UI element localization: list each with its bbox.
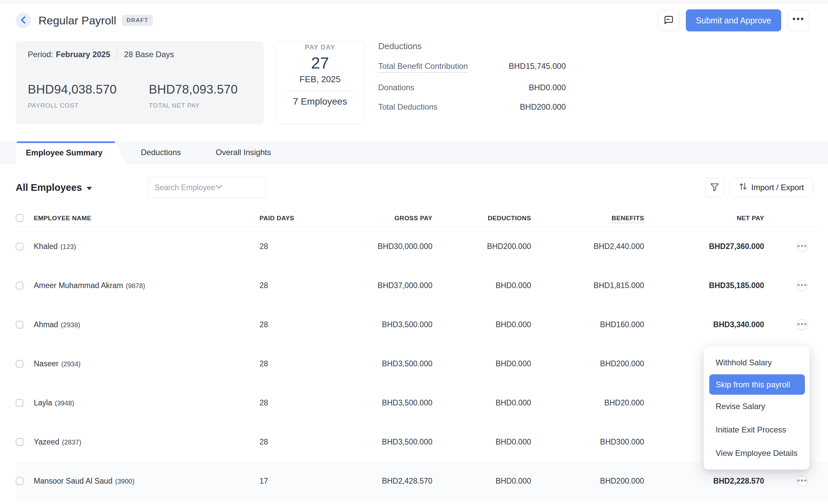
employee-name: Khaled [34, 242, 58, 251]
gross-pay: BHD30,000.000 [310, 242, 432, 251]
row-checkbox[interactable] [16, 477, 24, 485]
select-all-checkbox[interactable] [16, 214, 24, 222]
total-deductions-value: BHD200.000 [520, 102, 566, 111]
import-export-label: Import / Export [751, 183, 804, 192]
base-days: 28 Base Days [124, 50, 174, 59]
gross-pay: BHD3,500.000 [310, 398, 432, 407]
submit-and-approve-button[interactable]: Submit and Approve [686, 9, 781, 32]
table-row: Layla(3948) 28 BHD3,500.000 BHD0.000 BHD… [16, 383, 818, 422]
benefits: BHD160.000 [531, 320, 644, 329]
employee-id: (2837) [62, 439, 81, 446]
menu-item-revise-salary[interactable]: Revise Salary [704, 395, 810, 418]
benefits: BHD2,440.000 [531, 242, 644, 251]
caret-down-icon [87, 187, 92, 190]
total-benefit-contribution-value: BHD15,745.000 [509, 61, 566, 71]
paid-days: 28 [259, 398, 310, 407]
gross-pay: BHD3,500.000 [310, 320, 432, 329]
employee-table: EMPLOYEE NAME PAID DAYS GROSS PAY DEDUCT… [16, 210, 818, 501]
row-context-menu: Withhold Salary Skip from this payroll R… [704, 346, 810, 469]
paid-days: 17 [259, 476, 310, 486]
menu-item-skip-from-payroll[interactable]: Skip from this payroll [709, 374, 805, 395]
employee-filter-dropdown[interactable]: All Employees [16, 182, 92, 193]
speech-bubble-icon [663, 15, 673, 26]
col-employee-name: EMPLOYEE NAME [34, 215, 259, 222]
row-checkbox[interactable] [16, 399, 24, 407]
table-row: Khaled(123) 28 BHD30,000.000 BHD200.000 … [16, 227, 818, 266]
search-placeholder: Search Employee [155, 183, 215, 192]
paid-days: 28 [259, 359, 310, 368]
col-benefits: BENEFITS [531, 215, 644, 222]
benefits: BHD200.000 [531, 476, 644, 486]
deductions: BHD0.000 [432, 398, 531, 407]
row-actions-button[interactable]: ●●● [796, 280, 808, 291]
total-net-pay-value: BHD78,093.570 [149, 83, 240, 97]
payday-month-year: FEB, 2025 [275, 74, 365, 85]
row-checkbox[interactable] [16, 438, 24, 446]
page-header: Regular Payroll DRAFT Submit and Approve… [0, 4, 828, 37]
search-employee-input[interactable]: Search Employee [148, 177, 266, 198]
menu-item-initiate-exit-process[interactable]: Initiate Exit Process [704, 418, 810, 442]
employee-name: Ahmad [34, 320, 58, 329]
back-button[interactable] [16, 13, 31, 28]
employee-id: (123) [60, 243, 76, 251]
period-value: February 2025 [56, 50, 110, 59]
comments-button[interactable] [658, 10, 679, 31]
chevron-left-icon [20, 16, 27, 26]
benefits: BHD1,815.000 [531, 281, 644, 290]
row-checkbox[interactable] [16, 360, 24, 368]
period-label: Period: [28, 50, 53, 59]
net-pay: BHD2,228.570 [644, 476, 764, 486]
benefits: BHD300.000 [531, 438, 644, 447]
gross-pay: BHD2,428.570 [310, 476, 432, 486]
row-checkbox[interactable] [16, 321, 24, 328]
employee-id: (3900) [115, 477, 134, 485]
col-net-pay: NET PAY [644, 215, 764, 222]
employee-id: (2934) [61, 360, 81, 368]
row-checkbox[interactable] [16, 282, 24, 289]
gross-pay: BHD3,500.000 [310, 438, 432, 447]
payroll-cost-label: PAYROLL COST [28, 102, 119, 109]
deductions-panel-title: Deductions [378, 41, 566, 51]
total-deductions-label: Total Deductions [378, 102, 438, 111]
row-actions-button[interactable]: ●●● [796, 241, 808, 252]
deductions: BHD0.000 [432, 438, 531, 447]
divider [117, 50, 117, 59]
table-row: Yazeed(2837) 28 BHD3,500.000 BHD0.000 BH… [16, 422, 818, 462]
paid-days: 28 [259, 438, 310, 447]
tab-bar: Employee Summary Deductions Overall Insi… [0, 141, 828, 164]
employee-name: Mansoor Saud Al Saud [34, 476, 112, 486]
row-actions-button[interactable]: ●●● [796, 475, 808, 487]
more-options-button[interactable]: ••• [788, 10, 809, 31]
tab-employee-summary[interactable]: Employee Summary [16, 141, 126, 164]
deductions: BHD0.000 [432, 281, 531, 290]
total-benefit-contribution-label[interactable]: Total Benefit Contribution [378, 61, 468, 73]
employee-name: Yazeed [34, 438, 59, 447]
employee-id: (2938) [61, 321, 80, 329]
funnel-icon [710, 182, 719, 193]
tab-deductions[interactable]: Deductions [131, 141, 191, 164]
net-pay: BHD27,360.000 [644, 242, 764, 251]
menu-item-withhold-salary[interactable]: Withhold Salary [704, 351, 810, 374]
menu-item-view-employee-details[interactable]: View Employee Details [704, 442, 810, 465]
payday-day: 27 [275, 54, 365, 72]
employee-count: 7 Employees [275, 96, 365, 107]
employee-name: Layla [34, 398, 52, 407]
paid-days: 28 [259, 281, 310, 290]
row-actions-button[interactable]: ●●● [796, 319, 808, 330]
import-export-button[interactable]: Import / Export [730, 178, 813, 197]
col-deductions: DEDUCTIONS [432, 215, 531, 222]
deductions: BHD0.000 [432, 476, 531, 486]
gross-pay: BHD37,000.000 [310, 281, 432, 290]
filter-button[interactable] [705, 178, 724, 197]
payday-label: PAY DAY [275, 43, 365, 51]
total-net-pay-label: TOTAL NET PAY [149, 102, 240, 109]
divider [284, 91, 357, 91]
ellipsis-icon: ••• [793, 14, 804, 27]
benefits: BHD200.000 [531, 359, 644, 368]
donations-value: BHD0.000 [529, 83, 566, 92]
row-checkbox[interactable] [16, 243, 24, 250]
table-row: Ameer Muhammad Akram(9878) 28 BHD37,000.… [16, 266, 818, 305]
employee-id: (9878) [126, 282, 145, 290]
tab-overall-insights[interactable]: Overall Insights [206, 141, 281, 164]
table-row: Ahmad(2938) 28 BHD3,500.000 BHD0.000 BHD… [16, 305, 818, 344]
